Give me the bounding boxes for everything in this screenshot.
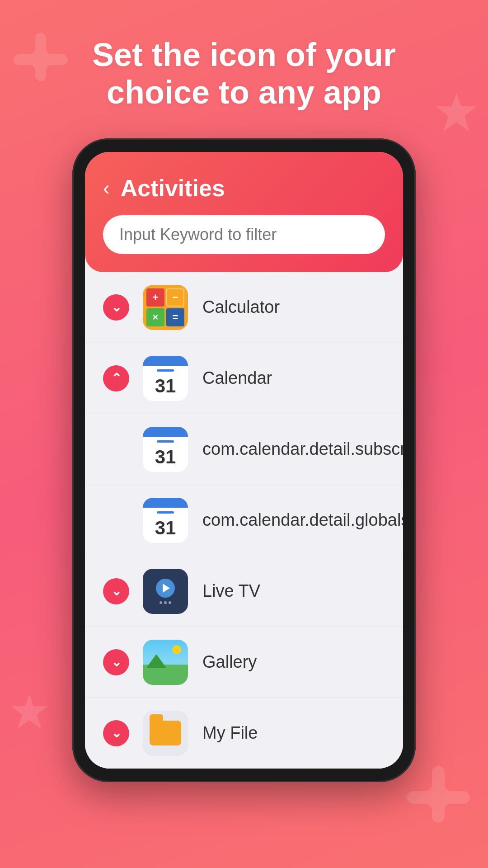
list-item: ⌄ My File bbox=[85, 698, 403, 769]
back-button[interactable]: ‹ bbox=[103, 178, 110, 198]
app-icon-myfile bbox=[143, 711, 188, 756]
app-name-myfile: My File bbox=[202, 723, 258, 743]
app-icon-calendar: 31 bbox=[143, 356, 188, 401]
search-input[interactable] bbox=[103, 215, 385, 254]
hero-title: Set the icon of your choice to any app bbox=[65, 36, 423, 111]
app-icon-gallery bbox=[143, 640, 188, 685]
svg-marker-1 bbox=[11, 694, 48, 729]
app-name-calendar: Calendar bbox=[202, 368, 272, 388]
app-icon-calendar-globalsubscribe: 31 bbox=[143, 498, 188, 543]
chevron-up-button[interactable]: ⌃ bbox=[103, 365, 129, 392]
list-item: ⌃ 31 Calendar bbox=[85, 343, 403, 414]
app-icon-livetv bbox=[143, 569, 188, 614]
chevron-down-button[interactable]: ⌄ bbox=[103, 294, 129, 321]
app-name-calculator: Calculator bbox=[202, 297, 280, 317]
list-item: ⌄ Gallery bbox=[85, 627, 403, 698]
app-list: ⌄ + − × = Calculator ⌃ bbox=[85, 272, 403, 769]
list-item: 31 com.calendar.detail.subscribe bbox=[85, 414, 403, 485]
chevron-down-button[interactable]: ⌄ bbox=[103, 720, 129, 746]
chevron-down-button[interactable]: ⌄ bbox=[103, 578, 129, 604]
screen-title: Activities bbox=[121, 175, 225, 202]
list-item: 31 com.calendar.detail.globalsubscribe bbox=[85, 485, 403, 556]
phone-frame: ‹ Activities ⌄ + − × = bbox=[72, 138, 416, 782]
list-item: ⌄ Live TV bbox=[85, 556, 403, 627]
app-icon-calendar-subscribe: 31 bbox=[143, 427, 188, 472]
app-header: ‹ Activities bbox=[85, 152, 403, 272]
app-icon-calculator: + − × = bbox=[143, 285, 188, 330]
app-name-calendar-subscribe: com.calendar.detail.subscribe bbox=[202, 439, 403, 459]
chevron-down-button[interactable]: ⌄ bbox=[103, 649, 129, 675]
phone-screen: ‹ Activities ⌄ + − × = bbox=[85, 152, 403, 769]
app-name-calendar-globalsubscribe: com.calendar.detail.globalsubscribe bbox=[202, 510, 403, 530]
app-name-gallery: Gallery bbox=[202, 652, 257, 672]
svg-marker-0 bbox=[436, 93, 477, 132]
list-item: ⌄ + − × = Calculator bbox=[85, 272, 403, 343]
app-name-livetv: Live TV bbox=[202, 581, 260, 601]
